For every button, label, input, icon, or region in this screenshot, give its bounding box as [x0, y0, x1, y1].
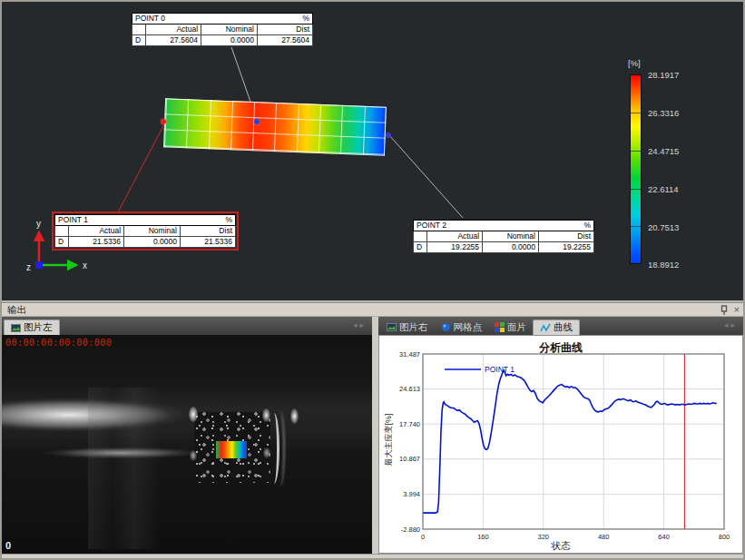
image-icon [11, 323, 21, 333]
video-timestamp: 00:00:00:00:00:000 [5, 338, 112, 348]
highlight-blob [290, 408, 299, 424]
y-axis-label: y [36, 219, 41, 229]
nominal-value: 0.0000 [201, 35, 258, 46]
legend-unit-label: [%] [628, 58, 726, 68]
tab-scroll-arrows[interactable]: ◂▸ [353, 320, 367, 329]
curve-icon [540, 323, 551, 333]
right-panel-tabbar: 图片右 网格点 面片 曲线 ◂▸ [378, 317, 743, 335]
z-axis-label: z [26, 262, 31, 272]
dist-value: 27.5604 [257, 35, 312, 46]
x-tick-label: 160 [477, 533, 489, 541]
y-tick-label: -2.880 [401, 526, 420, 534]
specimen-strain-map[interactable] [163, 98, 387, 155]
point0-annotation-table[interactable]: POINT 0% ActualNominalDist D27.56040.000… [132, 13, 313, 46]
tab-curves[interactable]: 曲线 [533, 319, 580, 335]
series-line [423, 370, 717, 513]
col-header: Dist [538, 231, 593, 242]
actual-value: 19.2255 [427, 242, 483, 253]
tab-grid-points[interactable]: 网格点 [435, 319, 489, 335]
row-label: D [414, 242, 427, 253]
image-icon [387, 322, 397, 332]
specimen-mesh-grid [163, 98, 387, 155]
tab-facets[interactable]: 面片 [488, 319, 533, 335]
actual-value: 27.5604 [146, 35, 201, 46]
close-icon[interactable]: × [734, 304, 740, 316]
panel-splitter[interactable] [372, 317, 378, 554]
strain-overlay-patch [216, 441, 247, 458]
shaft-streaks [88, 388, 159, 549]
col-header: Nominal [483, 231, 539, 242]
x-tick-label: 480 [598, 533, 610, 541]
bottom-dock: 图片左 ◂▸ 00:00:00:00:00:000 0 [2, 317, 743, 554]
highlight-blob [189, 407, 198, 422]
legend-value: 22.6114 [648, 184, 720, 194]
x-tick-label: 0 [421, 533, 425, 541]
right-analysis-panel: 图片右 网格点 面片 曲线 ◂▸ 分析曲线 最大主应变[%] [378, 317, 743, 554]
col-header: Nominal [201, 25, 258, 35]
annotation-title: POINT 0 [132, 14, 258, 25]
annotation-unit: % [180, 215, 235, 226]
tab-image-right[interactable]: 图片右 [380, 319, 435, 335]
camera-image-left[interactable]: 00:00:00:00:00:000 0 [2, 335, 372, 554]
window-bottom-edge [2, 554, 743, 560]
legend-value: 26.3316 [648, 108, 720, 118]
tab-label: 网格点 [454, 321, 483, 334]
frame-counter: 0 [5, 540, 11, 551]
output-panel-title: 输出 [7, 304, 26, 315]
point2-marker[interactable] [386, 133, 391, 138]
z-axis-origin [35, 261, 43, 269]
x-tick-label: 800 [719, 533, 730, 541]
x-axis-label: x [83, 260, 87, 270]
tab-scroll-arrows[interactable]: ◂▸ [724, 320, 738, 329]
col-header: Actual [427, 231, 483, 242]
col-header: Dist [257, 25, 312, 35]
point0-marker[interactable] [254, 119, 260, 124]
analysis-chart[interactable]: 016032048064080031.48724.61317.74010.867… [379, 336, 742, 553]
tab-label: 曲线 [554, 321, 573, 334]
pin-icon[interactable] [720, 305, 729, 316]
analysis-chart-panel[interactable]: 分析曲线 最大主应变[%] 状态 016032048064080031.4872… [378, 335, 743, 554]
tab-label: 图片左 [24, 321, 53, 334]
annotation-unit: % [257, 14, 312, 25]
3d-viewport[interactable]: POINT 0% ActualNominalDist D27.56040.000… [2, 2, 743, 300]
nominal-value: 0.0000 [483, 242, 539, 253]
y-tick-label: 24.613 [399, 385, 420, 393]
legend-value: 24.4715 [648, 146, 720, 156]
y-tick-label: 3.994 [403, 490, 420, 498]
highlight-blob [262, 408, 270, 422]
reflection-arc [276, 410, 285, 486]
x-tick-label: 320 [538, 533, 550, 541]
left-image-panel: 图片左 ◂▸ 00:00:00:00:00:000 0 [2, 317, 372, 554]
dist-value: 21.5336 [180, 237, 235, 248]
facet-icon [495, 322, 505, 332]
col-header: Nominal [124, 226, 181, 237]
x-tick-label: 640 [658, 533, 670, 541]
nominal-value: 0.0000 [124, 237, 181, 248]
annotation-title: POINT 2 [414, 221, 539, 231]
point2-annotation-table[interactable]: POINT 2% ActualNominalDist D19.22550.000… [413, 220, 594, 253]
y-tick-label: 17.740 [399, 420, 420, 428]
dist-value: 19.2255 [538, 242, 593, 253]
tab-label: 图片右 [399, 321, 428, 334]
legend-value: 18.8912 [648, 260, 720, 270]
row-label: D [132, 35, 146, 46]
color-scale-bar [630, 74, 642, 264]
left-panel-tabbar: 图片左 ◂▸ [2, 317, 372, 335]
color-scale-legend: [%] 28.1917 26.3316 24.4715 22.6114 20.7… [626, 58, 726, 72]
application-window: POINT 0% ActualNominalDist D27.56040.000… [0, 0, 745, 560]
tab-image-left[interactable]: 图片左 [4, 319, 60, 335]
highlight-blob [190, 450, 197, 461]
legend-value: 28.1917 [648, 70, 720, 80]
legend-value: 20.7513 [648, 222, 720, 232]
output-panel-header: 输出 × [2, 302, 743, 317]
point1-marker[interactable] [161, 119, 166, 124]
col-header: Actual [146, 25, 201, 35]
col-header: Dist [180, 226, 235, 237]
y-tick-label: 31.487 [399, 350, 420, 359]
tab-label: 面片 [507, 321, 526, 334]
coordinate-triad: y x z [16, 218, 93, 283]
annotation-unit: % [538, 221, 593, 231]
y-tick-label: 10.867 [399, 455, 420, 463]
grid-point-icon [441, 322, 451, 332]
legend-series-name: POINT 1 [485, 365, 515, 374]
